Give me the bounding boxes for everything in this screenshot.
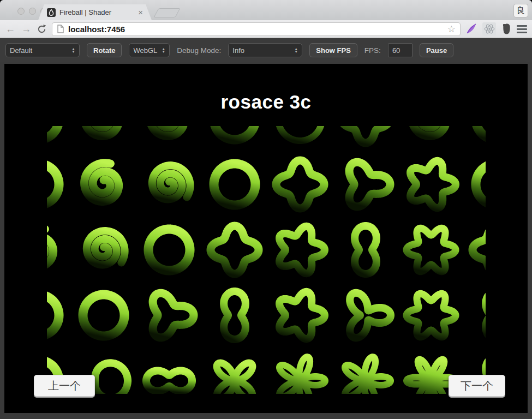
rosette-ring (202, 126, 267, 152)
shader-grid (47, 126, 486, 394)
chrome-menu-icon[interactable] (517, 25, 527, 33)
forward-icon[interactable]: → (21, 23, 32, 34)
debug-mode-select-value: Info (232, 46, 244, 55)
back-icon[interactable]: ← (5, 23, 16, 34)
fps-label: FPS: (364, 46, 381, 55)
preset-select-value: Default (10, 46, 32, 55)
reload-icon[interactable] (37, 24, 47, 34)
rosette-ring (464, 152, 486, 217)
profile-badge[interactable]: 良 (513, 4, 528, 17)
debug-mode-label: Debug Mode: (177, 46, 221, 55)
url-input[interactable] (68, 25, 444, 34)
rosette-knot6 (398, 217, 464, 283)
rosette-trefoil (136, 283, 202, 348)
address-bar[interactable]: ☆ (52, 22, 461, 36)
rosette-trefoil (333, 152, 398, 217)
rosette-flower5 (333, 348, 398, 394)
rosette-ring (71, 283, 136, 348)
rosette-knot4 (464, 217, 486, 283)
bookmark-star-icon[interactable]: ☆ (447, 23, 456, 35)
rosette-swirl2 (136, 152, 202, 217)
rosette-heart2 (136, 348, 202, 394)
rosette-knot5 (267, 217, 333, 283)
rosette-knot5 (267, 283, 333, 348)
react-atom-icon (484, 23, 495, 34)
rosette-thinring (267, 126, 333, 152)
tab-strip: Fireball | Shader × 良 (0, 0, 532, 20)
browser-window: Fireball | Shader × 良 ← → ☆ (0, 0, 532, 419)
rosette-ring (136, 217, 202, 283)
rosette-knot4 (333, 126, 398, 152)
rosette-ring (47, 283, 71, 348)
next-button[interactable]: 下一个 (449, 375, 505, 397)
close-window-button[interactable] (17, 8, 25, 15)
rosette-ring (47, 126, 71, 152)
browser-tab[interactable]: Fireball | Shader × (38, 4, 152, 20)
debug-mode-select[interactable]: Info ▲▼ (228, 43, 302, 57)
webgl-canvas: rosace 3c 上一个 下一个 (4, 64, 528, 413)
pause-button[interactable]: Pause (420, 43, 453, 57)
rosette-knot4 (267, 152, 333, 217)
page-body: rosace 3c 上一个 下一个 (0, 62, 532, 419)
rosette-swirl (398, 126, 464, 152)
rosette-swirl (71, 126, 136, 152)
rosette-swirl (71, 152, 136, 217)
rosette-knot6 (398, 283, 464, 348)
previous-button[interactable]: 上一个 (34, 375, 95, 397)
select-arrows-icon: ▲▼ (294, 47, 298, 53)
rotate-button[interactable]: Rotate (87, 43, 122, 57)
rosette-ring (47, 152, 71, 217)
select-arrows-icon: ▲▼ (162, 47, 165, 53)
fireball-favicon-icon (47, 8, 56, 17)
show-fps-button[interactable]: Show FPS (309, 43, 357, 57)
page-icon (57, 25, 64, 33)
shader-title: rosace 3c (4, 91, 528, 113)
close-tab-icon[interactable]: × (138, 9, 143, 16)
select-arrows-icon: ▲▼ (71, 47, 75, 53)
rosette-knot5 (398, 152, 464, 217)
evernote-extension-icon[interactable] (501, 23, 512, 35)
rosette-swirl (47, 217, 71, 283)
rosette-ring (202, 152, 267, 217)
rosette-swirl2 (71, 217, 136, 283)
rosette-cross4 (202, 348, 267, 394)
minimize-window-button[interactable] (29, 8, 36, 15)
rosette-swirl (136, 126, 202, 152)
renderer-select-value: WebGL (133, 46, 157, 55)
navigation-bar: ← → ☆ (0, 20, 532, 38)
tab-title: Fireball | Shader (59, 8, 134, 16)
preset-select[interactable]: Default ▲▼ (5, 43, 80, 57)
react-devtools-extension-icon[interactable] (482, 22, 496, 36)
new-tab-button[interactable] (153, 8, 180, 17)
feather-extension-icon[interactable] (465, 23, 477, 35)
rosette-flower5 (267, 348, 333, 394)
renderer-select[interactable]: WebGL ▲▼ (129, 43, 170, 57)
rosette-peanut (464, 283, 486, 348)
rosette-peanut (202, 283, 267, 348)
rosette-clover3 (333, 283, 398, 348)
rosette-ring (464, 126, 486, 152)
rosette-knot4 (202, 217, 267, 283)
rosette-peanut (333, 217, 398, 283)
shader-toolbar: Default ▲▼ Rotate WebGL ▲▼ Debug Mode: I… (0, 38, 532, 62)
fps-input[interactable] (388, 43, 413, 57)
